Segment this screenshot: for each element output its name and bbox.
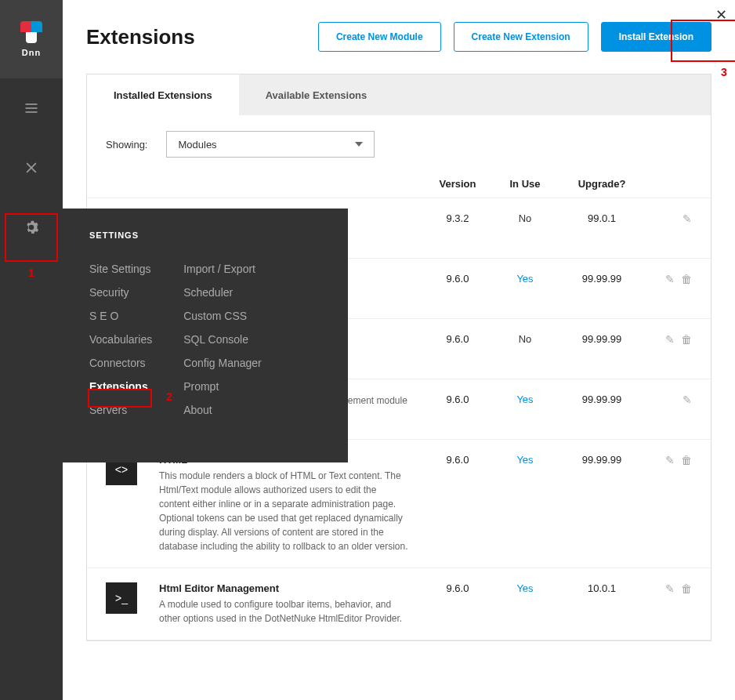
edit-icon[interactable]: ✎ bbox=[665, 273, 675, 285]
flyout-item-sql-console[interactable]: SQL Console bbox=[183, 328, 262, 351]
filter-label: Showing: bbox=[106, 139, 147, 151]
close-icon[interactable]: ✕ bbox=[715, 6, 727, 24]
row-inuse: Yes bbox=[491, 454, 559, 466]
row-inuse: Yes bbox=[491, 582, 559, 594]
install-extension-button[interactable]: Install Extension bbox=[601, 22, 711, 52]
create-module-button[interactable]: Create New Module bbox=[318, 22, 441, 52]
create-extension-button[interactable]: Create New Extension bbox=[454, 22, 588, 52]
sidebar: Dnn bbox=[0, 0, 63, 700]
annotation-2: 2 bbox=[166, 390, 172, 403]
edit-icon[interactable]: ✎ bbox=[665, 582, 675, 595]
table-header: Version In Use Upgrade? bbox=[87, 169, 711, 198]
flyout-title: SETTINGS bbox=[89, 230, 321, 240]
flyout-item-servers[interactable]: Servers bbox=[89, 398, 152, 422]
flyout-item-about[interactable]: About bbox=[183, 398, 262, 422]
delete-icon[interactable]: 🗑 bbox=[681, 454, 692, 466]
delete-icon[interactable]: 🗑 bbox=[681, 582, 692, 595]
row-description: This module renders a block of HTML or T… bbox=[159, 469, 408, 553]
sidebar-item-settings[interactable] bbox=[0, 198, 63, 257]
sidebar-item-content[interactable] bbox=[0, 78, 63, 138]
annotation-1: 1 bbox=[28, 267, 34, 279]
edit-icon[interactable]: ✎ bbox=[665, 454, 675, 466]
edit-icon[interactable]: ✎ bbox=[665, 333, 675, 346]
row-version: 9.6.0 bbox=[424, 273, 491, 285]
dnn-logo-icon bbox=[20, 21, 42, 43]
flyout-item-config-manager[interactable]: Config Manager bbox=[183, 351, 262, 375]
module-icon: >_ bbox=[106, 582, 137, 614]
tab-installed[interactable]: Installed Extensions bbox=[87, 74, 239, 115]
tools-icon bbox=[24, 160, 39, 176]
row-version: 9.6.0 bbox=[424, 454, 491, 466]
svg-rect-1 bbox=[26, 107, 38, 109]
row-inuse: Yes bbox=[491, 394, 559, 405]
row-version: 9.6.0 bbox=[424, 333, 491, 345]
flyout-item-s-e-o[interactable]: S E O bbox=[89, 304, 152, 328]
col-version: Version bbox=[424, 178, 491, 190]
settings-flyout: SETTINGS Site SettingsSecurityS E OVocab… bbox=[63, 209, 348, 462]
delete-icon[interactable]: 🗑 bbox=[681, 273, 692, 285]
page-title: Extensions bbox=[86, 25, 195, 49]
row-upgrade: 99.0.1 bbox=[559, 212, 645, 224]
flyout-item-extensions[interactable]: Extensions bbox=[89, 375, 152, 398]
chevron-down-icon bbox=[355, 142, 363, 147]
flyout-item-import-export[interactable]: Import / Export bbox=[183, 257, 262, 281]
flyout-item-connectors[interactable]: Connectors bbox=[89, 351, 152, 375]
row-upgrade: 99.99.99 bbox=[559, 394, 645, 405]
tab-available[interactable]: Available Extensions bbox=[239, 74, 394, 115]
row-upgrade: 99.99.99 bbox=[559, 333, 645, 345]
edit-icon[interactable]: ✎ bbox=[682, 212, 692, 225]
row-version: 9.3.2 bbox=[424, 212, 491, 224]
row-upgrade: 99.99.99 bbox=[559, 273, 645, 285]
row-description: A module used to configure toolbar items… bbox=[159, 597, 408, 626]
flyout-item-vocabularies[interactable]: Vocabularies bbox=[89, 328, 152, 351]
table-row: >_Html Editor ManagementA module used to… bbox=[87, 568, 711, 640]
row-title: Html Editor Management bbox=[159, 582, 408, 594]
row-inuse: Yes bbox=[491, 273, 559, 285]
edit-icon[interactable]: ✎ bbox=[682, 394, 692, 406]
filter-select[interactable]: Modules bbox=[166, 131, 375, 158]
filter-bar: Showing: Modules bbox=[87, 115, 711, 169]
col-inuse: In Use bbox=[491, 178, 559, 190]
row-version: 9.6.0 bbox=[424, 582, 491, 594]
svg-rect-2 bbox=[26, 111, 38, 113]
svg-rect-0 bbox=[26, 103, 38, 105]
content-icon bbox=[24, 100, 39, 116]
row-upgrade: 99.99.99 bbox=[559, 454, 645, 466]
logo[interactable]: Dnn bbox=[0, 0, 63, 78]
tabs: Installed Extensions Available Extension… bbox=[87, 74, 711, 115]
flyout-item-scheduler[interactable]: Scheduler bbox=[183, 281, 262, 304]
annotation-3: 3 bbox=[721, 66, 727, 78]
logo-text: Dnn bbox=[22, 48, 41, 57]
header-buttons: Create New Module Create New Extension I… bbox=[318, 22, 711, 52]
flyout-item-security[interactable]: Security bbox=[89, 281, 152, 304]
row-inuse: No bbox=[491, 333, 559, 345]
row-inuse: No bbox=[491, 212, 559, 224]
filter-value: Modules bbox=[178, 139, 216, 151]
row-upgrade: 10.0.1 bbox=[559, 582, 645, 594]
row-version: 9.6.0 bbox=[424, 394, 491, 405]
header: Extensions Create New Module Create New … bbox=[63, 0, 735, 74]
delete-icon[interactable]: 🗑 bbox=[681, 333, 692, 346]
sidebar-item-tools[interactable] bbox=[0, 138, 63, 198]
flyout-col-2: Import / ExportSchedulerCustom CSSSQL Co… bbox=[183, 257, 262, 422]
flyout-col-1: Site SettingsSecurityS E OVocabulariesCo… bbox=[89, 257, 152, 422]
col-upgrade: Upgrade? bbox=[559, 178, 645, 190]
flyout-item-prompt[interactable]: Prompt bbox=[183, 375, 262, 398]
gear-icon bbox=[24, 219, 39, 235]
flyout-item-site-settings[interactable]: Site Settings bbox=[89, 257, 152, 281]
flyout-item-custom-css[interactable]: Custom CSS bbox=[183, 304, 262, 328]
